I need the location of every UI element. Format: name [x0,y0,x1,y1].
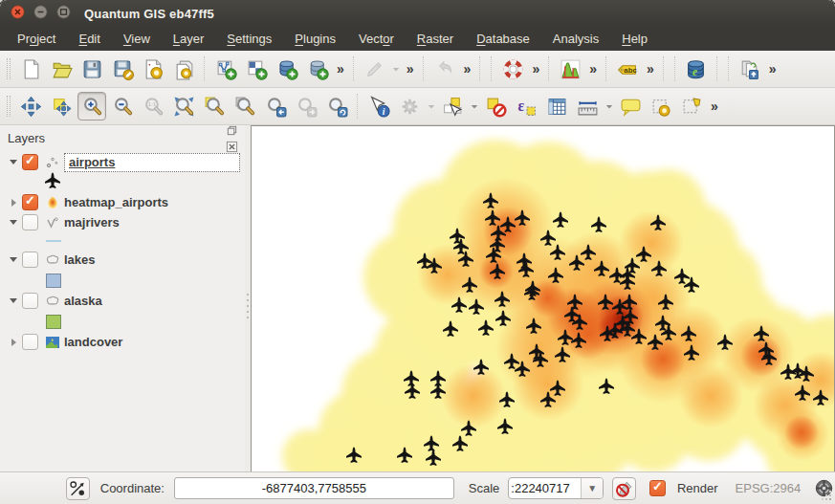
chevron-down-icon[interactable]: ▼ [581,478,603,498]
layer-rename-editor[interactable]: airports [64,153,240,172]
select-by-expression-button[interactable]: ε [512,92,540,121]
pan-to-selection-button[interactable] [47,92,76,121]
toolbar-overflow-button[interactable]: » [460,55,475,83]
new-print-composer-button[interactable] [139,55,167,83]
toolbar-overflow-button[interactable]: » [707,92,722,121]
add-vector-layer-button[interactable] [211,55,240,83]
open-attribute-table-button[interactable] [542,92,571,121]
layer-item-heatmap_airports[interactable]: heatmap_airports [0,192,245,212]
close-button[interactable] [10,4,26,20]
save-project-as-button[interactable] [108,55,137,83]
layer-item-lakes[interactable]: lakes [0,250,245,270]
pan-map-button[interactable] [16,92,45,121]
refresh-map-button[interactable] [322,92,351,121]
layer-visibility-checkbox[interactable] [22,334,38,350]
menu-layer[interactable]: Layer [162,29,216,49]
evis-database-button[interactable]: e [682,55,711,83]
toggle-extents-button[interactable] [66,477,90,500]
map-tips-button[interactable] [616,92,645,121]
svg-text:ε: ε [517,98,524,114]
toolbar-overflow-button[interactable]: » [765,55,780,83]
help-contents-button[interactable] [498,55,527,83]
title-bar[interactable]: Quantum GIS eb47ff5 [0,0,835,27]
layer-visibility-checkbox[interactable] [22,252,38,268]
menu-help[interactable]: Help [610,29,659,49]
expander-open-icon[interactable] [7,298,20,303]
menu-settings[interactable]: Settings [215,29,283,49]
expander-closed-icon[interactable] [7,199,20,207]
layer-item-alaska[interactable]: alaska [0,291,245,311]
add-spatialite-layer-button[interactable] [303,55,332,83]
layer-item-landcover[interactable]: landcover [0,332,245,352]
render-toggle[interactable]: Render [648,480,718,496]
menu-analysis[interactable]: Analysis [541,29,610,49]
zoom-full-extent-button[interactable] [169,92,198,121]
minimize-button[interactable] [33,4,49,20]
composer-manager-button[interactable] [169,55,198,83]
menu-plugins[interactable]: Plugins [283,29,347,49]
run-feature-action-button[interactable] [395,92,424,121]
layer-visibility-checkbox[interactable] [22,293,38,309]
scale-combo[interactable]: :22240717 ▼ [508,477,604,499]
select-features-button[interactable] [438,92,467,121]
new-bookmark-button[interactable] [647,92,675,121]
menu-view[interactable]: View [112,29,162,49]
expander-open-icon[interactable] [7,220,20,225]
toggle-editing-button[interactable] [361,55,389,83]
layer-visibility-checkbox[interactable] [22,194,38,210]
toolbar-handle[interactable] [7,96,11,117]
mapserver-export-button[interactable] [736,55,764,83]
toolbar-overflow-button[interactable]: » [643,55,658,83]
map-render [252,126,834,472]
zoom-next-button[interactable] [292,92,320,121]
resize-grip[interactable] [822,491,831,500]
show-bookmarks-button[interactable] [677,92,706,121]
expander-open-icon[interactable] [7,257,20,262]
menu-vector[interactable]: Vector [347,29,406,49]
run-feature-action-dropdown-arrow[interactable] [425,92,437,121]
zoom-to-selection-button[interactable] [200,92,229,121]
menu-edit[interactable]: Edit [67,29,111,49]
open-project-button[interactable] [47,55,76,83]
coordinate-input[interactable] [174,477,454,499]
add-raster-layer-button[interactable] [242,55,271,83]
stop-render-button[interactable] [612,477,636,500]
new-project-button[interactable] [16,55,45,83]
toggle-editing-dropdown-arrow[interactable] [390,55,403,83]
toolbar-handle[interactable] [7,58,11,79]
menu-database[interactable]: Database [465,29,541,49]
scale-label: Scale [469,481,500,495]
render-checkbox[interactable] [649,480,666,496]
menu-raster[interactable]: Raster [406,29,465,49]
add-postgis-layer-button[interactable] [273,55,301,83]
layer-visibility-checkbox[interactable] [22,214,38,230]
select-features-dropdown-arrow[interactable] [468,92,480,121]
measure-dropdown-arrow[interactable] [603,92,615,121]
layer-visibility-checkbox[interactable] [22,154,38,170]
deselect-all-button[interactable] [481,92,510,121]
menu-project[interactable]: Project [6,29,67,49]
zoom-last-button[interactable] [261,92,290,121]
layer-item-airports[interactable]: airports [0,152,245,172]
toolbar-overflow-button[interactable]: » [403,55,418,83]
save-project-button[interactable] [77,55,106,83]
maximize-button[interactable] [55,4,72,20]
measure-button[interactable] [573,92,602,121]
zoom-in-button[interactable] [77,92,106,121]
expander-closed-icon[interactable] [7,339,20,346]
toolbar-overflow-button[interactable]: » [585,55,601,83]
crs-status-label: EPSG:2964 [736,481,802,495]
expander-open-icon[interactable] [7,160,20,164]
map-canvas[interactable] [251,125,835,472]
zoom-to-layer-button[interactable] [231,92,259,121]
layer-item-majrivers[interactable]: majrivers [0,212,245,232]
float-panel-button[interactable] [224,122,240,139]
undo-button[interactable] [430,55,459,83]
zoom-out-button[interactable] [108,92,137,121]
toolbar-overflow-button[interactable]: » [333,55,348,83]
labeling-button[interactable]: abc [613,55,642,83]
toolbar-overflow-button[interactable]: » [528,55,543,83]
zoom-actual-size-button[interactable]: 1:1 [139,92,167,121]
identify-features-button[interactable]: i [364,92,393,121]
raster-histogram-button[interactable] [556,55,584,83]
